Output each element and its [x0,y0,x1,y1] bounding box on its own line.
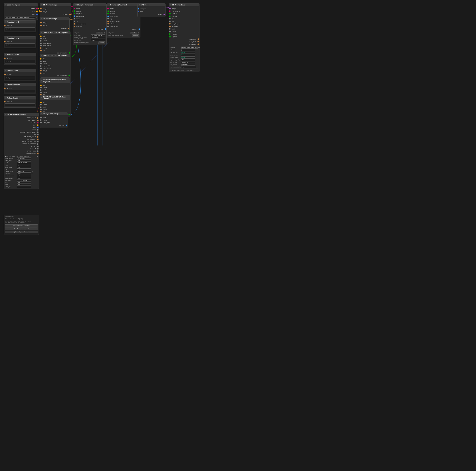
ksampler1-latent-out[interactable] [105,28,106,30]
param-gen-sampler-out[interactable] [37,136,38,138]
clip-enc-neg-height-in[interactable] [40,40,42,42]
load-checkpoint-vae-out[interactable] [36,14,38,15]
param-config-name[interactable]: none [17,160,31,162]
return-leftover-toggle[interactable]: disable [98,41,105,44]
end-at-step-value[interactable]: 10000 [91,39,105,41]
vae-decode-image-out[interactable] [164,14,165,15]
clip-enc-neg-tl-in[interactable] [40,50,42,51]
load-checkpoint-model-out[interactable] [36,8,38,9]
ksampler1-model-in[interactable] [74,8,75,9]
param-gen-cfg-out[interactable] [37,134,38,135]
saver-ext-value[interactable]: jpg [181,49,195,51]
saver-negative-in[interactable] [169,16,170,17]
latent-width-in[interactable] [40,117,42,118]
clip-ref-neg-clip-in[interactable] [40,85,42,86]
param-batch-size[interactable]: 1 [17,186,31,188]
saver-positive-in[interactable] [169,13,170,14]
param-height[interactable]: 1024 [17,184,31,186]
saver-images-in[interactable] [169,8,170,9]
clip-ref-neg-width-in[interactable] [40,89,42,91]
clip-ref-neg-ascore-in[interactable] [40,87,42,88]
param-scheduler[interactable]: karras [17,173,31,175]
noise-seed-value[interactable]: 89662065119054 [91,34,105,36]
saver-positive2-in[interactable] [169,33,170,35]
saver-time-value[interactable]: %H%M%S [181,64,195,66]
prompt-merger2-text1-in[interactable] [40,22,42,23]
vae-decode-samples-in[interactable] [138,8,139,9]
param-gen-scheduler-out[interactable] [37,139,38,140]
pos-clip-g-text[interactable]: CLIP_S [5,60,35,63]
saver-filename-value[interactable]: ComfyUI_%time_%seed_%counter [181,47,198,49]
prompt-merger2-string-out[interactable] [68,28,69,29]
control-after-value[interactable]: randomize [91,37,105,39]
ksampler2-negative-in[interactable] [107,13,109,14]
clip-enc-pos-width-in[interactable] [40,61,42,62]
saver-negative2-in[interactable] [169,36,170,37]
param-sampler[interactable]: dpmpp_2m [17,171,31,173]
param-gen-batch-out[interactable] [37,150,38,152]
vae-decode-vae-in[interactable] [138,11,139,12]
node-canvas[interactable]: Load Checkpoint MODEL CLIP VAE mpt_sdxl_… [0,0,238,236]
ksampler1-sampler-in[interactable] [74,23,75,25]
param-gen-model-out[interactable] [37,122,38,124]
saver-filepath-out[interactable] [198,41,199,42]
clip-ref-pos-clip-in[interactable] [40,102,42,103]
param-gen-negascore-out[interactable] [37,143,38,145]
prompt-merger-text2-in[interactable] [40,11,42,12]
ksampler2-latent-in[interactable] [107,16,109,17]
clip-ref-pos-ascore-in[interactable] [40,104,42,106]
ksampler1-positive-in[interactable] [74,10,75,12]
param-pos-ascore[interactable]: 6.00 [17,175,31,177]
param-gen-clip-out[interactable] [37,124,38,126]
add-noise-toggle[interactable]: enable [96,32,103,34]
clip-enc-neg-cond-out[interactable] [68,52,70,54]
clip-ref-pos-height-in[interactable] [40,109,42,110]
neg-clip-l-string-in[interactable] [4,41,6,43]
param-gen-width-out[interactable] [37,146,38,147]
clip-enc-neg-clip-in[interactable] [40,36,42,37]
param-gen-vae-out[interactable] [37,127,38,128]
param-model-version[interactable]: SDXL 1024px [17,158,31,160]
ksampler1-steps-in[interactable] [74,18,75,19]
param-gen-posascore-out[interactable] [37,141,38,142]
saver-metadata-out[interactable] [198,43,199,45]
latent-height-in[interactable] [40,119,42,121]
param-steps[interactable]: 50 [17,164,31,166]
saver-filename-out[interactable] [198,38,199,40]
clip-enc-neg-width-in[interactable] [40,38,42,39]
clip-enc-neg-tw-in[interactable] [40,43,42,44]
randomize-seed-btn[interactable]: Randomize seed each time [5,224,38,227]
param-width[interactable]: 1024 [17,181,31,183]
ksampler1-scheduler-in[interactable] [74,26,75,27]
saver-date-value[interactable]: %Y-%m-%d [181,61,195,63]
prompt-merger-text1-in[interactable] [40,8,42,9]
param-gen-params-out[interactable] [37,153,38,154]
param-gen-seed-out[interactable] [37,129,38,130]
pos-clip-l-string-in[interactable] [4,74,6,75]
clip-enc-pos-tg-in[interactable] [40,70,42,72]
latent-latent-out[interactable] [66,125,67,126]
param-neg-ascore[interactable]: 6.00 [17,177,31,179]
clip-ref-pos-width-in[interactable] [40,106,42,108]
param-gen-refinerstart-out[interactable] [37,131,38,133]
param-cfg[interactable]: 8.0 [17,168,31,170]
prompt-merger2-text2-in[interactable] [40,25,42,26]
pos-clip-l-text[interactable]: CLIP_L [5,76,35,80]
saver-height-in[interactable] [169,31,170,32]
neg-clip-l-text[interactable]: CLIP_L [5,43,35,47]
ksampler2-model-in[interactable] [107,8,109,9]
ksampler2-add-noise-toggle[interactable]: enable [130,32,137,34]
saver-quality-value[interactable]: 100 [181,59,195,61]
clip-enc-pos-tl-in[interactable] [40,72,42,74]
saver-meta-value[interactable]: false [182,66,196,68]
clip-enc-neg-tg-in[interactable] [40,47,42,49]
clip-enc-pos-clip-in[interactable] [40,58,42,60]
ksampler2-startstep-in[interactable] [107,26,109,27]
saver-width-in[interactable] [169,28,170,30]
latent-batch-in[interactable] [40,122,42,123]
load-checkpoint-clip-out[interactable] [36,11,38,12]
clip-enc-pos-cond-out[interactable] [68,75,70,76]
param-aspect-ratio[interactable]: 1:1 - 1024x1024 ▼ [17,179,31,181]
ksampler2-cfg-in[interactable] [107,18,109,19]
clip-ref-neg-height-in[interactable] [40,92,42,93]
